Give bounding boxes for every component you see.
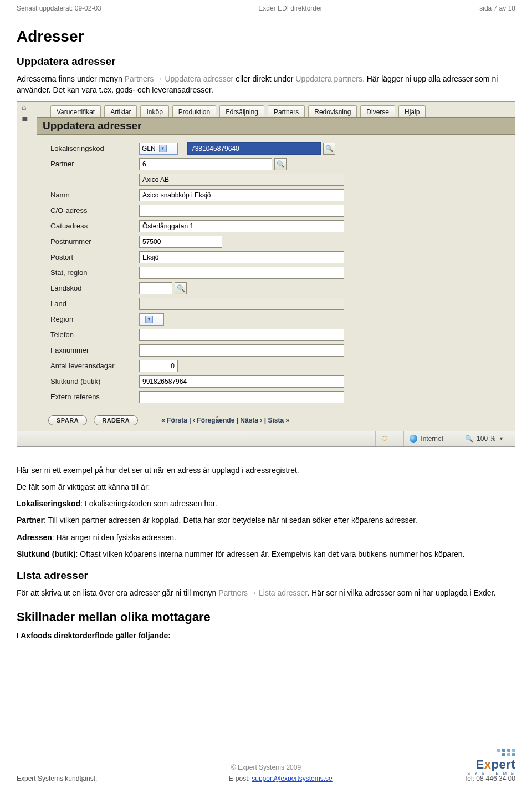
input-partner-name <box>139 174 344 186</box>
app-window: Varucertifikat Artiklar Inköp Produktion… <box>17 101 515 447</box>
globe-icon <box>410 435 417 443</box>
label-region: Region <box>50 315 139 323</box>
input-landskod[interactable] <box>139 282 172 294</box>
search-icon[interactable]: 🔍 <box>175 282 187 294</box>
tab-produktion[interactable]: Produktion <box>172 105 216 117</box>
footer-mid: E-post: support@expertsystems.se <box>229 775 332 782</box>
input-gatu[interactable] <box>139 220 344 232</box>
label-telefon: Telefon <box>50 331 139 339</box>
footer-email-link[interactable]: support@expertsystems.se <box>252 775 332 782</box>
zoom-control[interactable]: 🔍100 % ▼ <box>459 431 509 446</box>
chevron-down-icon: ▼ <box>159 145 167 152</box>
home-icon[interactable]: ⌂ <box>22 103 28 111</box>
search-icon[interactable]: 🔍 <box>274 158 287 170</box>
label-postort: Postort <box>50 253 139 261</box>
input-slutkund[interactable] <box>139 375 344 388</box>
tab-artiklar[interactable]: Artiklar <box>104 105 137 117</box>
shield-icon: 🛡 <box>381 435 388 443</box>
input-stat[interactable] <box>139 267 344 279</box>
search-icon: 🔍 <box>465 435 473 443</box>
label-landskod: Landskod <box>50 284 139 292</box>
input-extref[interactable] <box>139 391 344 403</box>
tab-partners[interactable]: Partners <box>268 105 305 117</box>
chevron-down-icon: ▼ <box>499 436 504 441</box>
doc-lok: Lokaliseringskod: Lokaliseringskoden som… <box>17 498 515 509</box>
select-lokaliseringskod-type[interactable]: GLN ▼ <box>139 143 178 155</box>
tab-inkop[interactable]: Inköp <box>140 105 168 117</box>
doc-adressen: Adressen: Här anger ni den fysiska adres… <box>17 532 515 543</box>
label-co: C/O-adress <box>50 206 139 215</box>
doc-example-text: Här ser ni ett exempel på hur det ser ut… <box>17 465 515 476</box>
label-slutkund: Slutkund (butik) <box>50 377 139 385</box>
doc-slutkund: Slutkund (butik): Oftast vilken köparens… <box>17 548 515 560</box>
footer-copyright: © Expert Systems 2009 <box>17 764 515 771</box>
page-title: Adresser <box>17 28 515 45</box>
heading-skillnader: Skillnader mellan olika mottagare <box>17 610 515 624</box>
chevron-down-icon: ▼ <box>145 316 153 323</box>
input-namn[interactable] <box>139 189 344 201</box>
label-gatu: Gatuadress <box>50 222 139 230</box>
page-header: Senast uppdaterat: 09-02-03 Exder EDI di… <box>0 0 532 14</box>
doc-partner: Partner: Till vilken partner adressen är… <box>17 515 515 526</box>
ie-status-bar: 🛡 Internet 🔍100 % ▼ <box>17 431 515 446</box>
tab-hjalp[interactable]: Hjälp <box>398 105 426 117</box>
label-land: Land <box>50 299 139 308</box>
delete-button[interactable]: RADERA <box>94 415 138 425</box>
zone-label: Internet <box>421 435 443 443</box>
input-telefon[interactable] <box>139 329 344 341</box>
input-fax[interactable] <box>139 344 344 357</box>
list-icon[interactable]: ≣ <box>22 114 28 123</box>
label-postnr: Postnummer <box>50 237 139 246</box>
label-namn: Namn <box>50 191 139 199</box>
label-fax: Faxnummer <box>50 346 139 354</box>
input-postort[interactable] <box>139 251 344 263</box>
input-co[interactable] <box>139 205 344 217</box>
intro-heading: Uppdatera adresser <box>17 55 515 68</box>
left-icon-column: ⌂ ≣ <box>22 103 28 123</box>
doc-lista-text: För att skriva ut en lista över era adre… <box>17 587 515 598</box>
search-icon[interactable]: 🔍 <box>323 143 335 155</box>
label-lokaliseringskod: Lokaliseringskod <box>50 144 139 152</box>
doc-skil-text: I Axfoods direktorderflöde gäller följan… <box>17 630 515 641</box>
header-left: Senast uppdaterat: 09-02-03 <box>17 4 101 12</box>
form-panel: Lokaliseringskod GLN ▼ 🔍 Partner 🔍 Namn <box>17 135 515 412</box>
tab-forsaljning[interactable]: Försäljning <box>219 105 264 117</box>
heading-lista: Lista adresser <box>17 570 515 582</box>
label-partner: Partner <box>50 160 139 168</box>
footer-left: Expert Systems kundtjänst: <box>17 775 97 782</box>
tab-redovisning[interactable]: Redovisning <box>308 105 357 117</box>
tab-diverse[interactable]: Diverse <box>360 105 395 117</box>
save-button[interactable]: SPARA <box>48 415 87 425</box>
doc-fields-text: De fält som är viktigast att känna till … <box>17 481 515 492</box>
input-land <box>139 298 344 310</box>
input-partner-id[interactable] <box>139 158 272 170</box>
input-postnr[interactable] <box>139 236 222 248</box>
input-levdagar[interactable] <box>139 360 178 372</box>
footer-right: Tel: 08-446 34 00 <box>464 775 515 782</box>
tab-row: Varucertifikat Artiklar Inköp Produktion… <box>17 102 515 117</box>
select-region[interactable]: ▼ <box>139 313 164 326</box>
tab-varucertifikat[interactable]: Varucertifikat <box>50 105 101 117</box>
intro-paragraph: Adresserna finns under menyn Partners→Up… <box>17 73 515 96</box>
input-lokaliseringskod[interactable] <box>188 143 321 155</box>
page-footer: © Expert Systems 2009 Expert Systems kun… <box>0 764 532 782</box>
header-center: Exder EDI direktorder <box>258 4 322 12</box>
pager[interactable]: « Första | ‹ Föregående | Nästa › | Sist… <box>161 416 289 424</box>
button-bar: SPARA RADERA « Första | ‹ Föregående | N… <box>17 412 515 431</box>
label-levdagar: Antal leveransdagar <box>50 362 139 370</box>
label-stat: Stat, region <box>50 268 139 277</box>
label-extref: Extern referens <box>50 393 139 401</box>
section-title: Uppdatera adresser <box>37 117 515 135</box>
header-right: sida 7 av 18 <box>479 4 515 12</box>
